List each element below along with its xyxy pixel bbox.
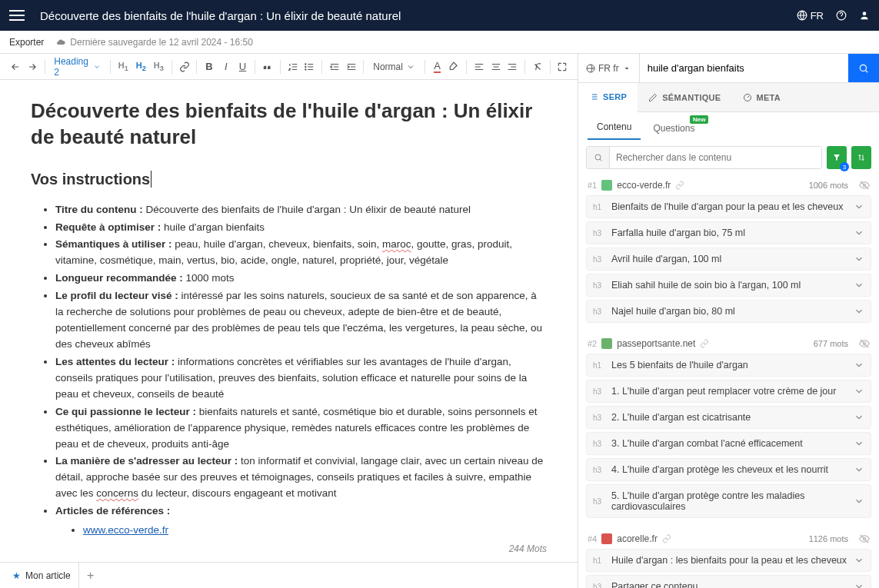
ref-link[interactable]: www.ecco-verde.fr bbox=[83, 524, 168, 536]
tab-semantique[interactable]: SÉMANTIQUE bbox=[638, 83, 731, 111]
link-icon bbox=[179, 61, 190, 72]
heading-row[interactable]: h3 Avril huile d'argan, 100 ml bbox=[586, 247, 871, 271]
chevron-down-icon bbox=[854, 306, 864, 317]
align-left-button[interactable] bbox=[471, 57, 487, 77]
heading-text: 1. L'huile d'argan peut remplacer votre … bbox=[611, 386, 854, 397]
chevron-down-icon bbox=[406, 62, 415, 71]
page-title: Découverte des bienfaits de l'huile d'ar… bbox=[40, 9, 797, 22]
help-icon[interactable] bbox=[836, 10, 847, 21]
add-tab-button[interactable]: + bbox=[79, 569, 102, 583]
search-input[interactable] bbox=[640, 54, 848, 82]
user-icon[interactable] bbox=[859, 10, 870, 21]
heading-select-label: Heading 2 bbox=[54, 56, 90, 78]
favicon bbox=[601, 533, 612, 544]
heading-row[interactable]: h3 4. L'huile d'argan protège les cheveu… bbox=[586, 458, 871, 481]
subtab-contenu[interactable]: Contenu bbox=[588, 115, 641, 140]
tab-meta[interactable]: META bbox=[732, 83, 792, 111]
heading-text: Les 5 bienfaits de l'huile d'argan bbox=[611, 360, 854, 370]
list-icon bbox=[589, 92, 598, 101]
heading-tag: h3 bbox=[593, 414, 605, 422]
favicon bbox=[601, 338, 612, 349]
svg-point-4 bbox=[305, 66, 306, 67]
heading-row[interactable]: h3 1. L'huile d'argan peut remplacer vot… bbox=[586, 380, 871, 403]
export-button[interactable]: Exporter bbox=[9, 37, 44, 48]
undo-button[interactable] bbox=[8, 57, 23, 77]
list-ul-icon bbox=[304, 61, 315, 72]
svg-point-7 bbox=[860, 65, 866, 71]
format-select[interactable]: Normal bbox=[368, 61, 420, 72]
gauge-icon bbox=[743, 93, 752, 102]
heading-row[interactable]: h1 Les 5 bienfaits de l'huile d'argan bbox=[586, 354, 871, 377]
eye-off-icon[interactable] bbox=[859, 338, 870, 349]
subtab-questions-label: Questions bbox=[653, 123, 694, 134]
align-right-button[interactable] bbox=[504, 57, 520, 77]
document-tab[interactable]: ★ Mon article bbox=[5, 563, 79, 588]
eye-off-icon[interactable] bbox=[859, 533, 870, 544]
heading-row[interactable]: h3 3. L'huile d'argan combat l'acné effi… bbox=[586, 432, 871, 455]
language-switcher[interactable]: FR bbox=[797, 10, 824, 22]
content-search-icon bbox=[587, 147, 610, 168]
align-center-button[interactable] bbox=[488, 57, 504, 77]
outdent-icon bbox=[329, 61, 340, 72]
serp-results: #1 ecco-verde.fr 1006 mots h1 Bienfaits … bbox=[578, 175, 879, 588]
fullscreen-button[interactable] bbox=[554, 57, 570, 77]
serp-domain: passeportsante.net bbox=[617, 338, 695, 349]
text-color-button[interactable]: A bbox=[430, 57, 445, 77]
sort-button[interactable] bbox=[851, 146, 871, 169]
heading-row[interactable]: h3 5. L'huile d'argan protège contre les… bbox=[586, 484, 871, 518]
clear-format-button[interactable] bbox=[530, 57, 545, 77]
serp-domain: ecco-verde.fr bbox=[617, 180, 671, 191]
italic-button[interactable]: I bbox=[218, 57, 234, 77]
new-badge: New bbox=[690, 115, 708, 124]
content-search-input[interactable] bbox=[610, 147, 821, 168]
subtab-questions[interactable]: Questions New bbox=[644, 117, 704, 140]
h3-button[interactable]: H3 bbox=[151, 61, 167, 72]
heading-tag: h1 bbox=[593, 556, 605, 565]
align-right-icon bbox=[507, 61, 518, 72]
heading-row[interactable]: h1 Huile d'argan : les bienfaits pour la… bbox=[586, 549, 871, 572]
h2-button[interactable]: H2 bbox=[133, 61, 149, 72]
editor-content[interactable]: Découverte des bienfaits de l'huile d'ar… bbox=[0, 80, 578, 539]
list-item: Longueur recommandée : 1000 mots bbox=[55, 271, 547, 287]
search-button[interactable] bbox=[848, 54, 879, 82]
heading-row[interactable]: h3 2. L'huile d'argan est cicatrisante bbox=[586, 406, 871, 429]
format-select-label: Normal bbox=[373, 61, 403, 72]
tab-semantique-label: SÉMANTIQUE bbox=[662, 93, 721, 102]
indent-button[interactable] bbox=[344, 57, 359, 77]
document-h1: Découverte des bienfaits de l'huile d'ar… bbox=[31, 98, 547, 151]
serp-rank: #1 bbox=[588, 181, 597, 190]
editor-toolbar: Heading 2 H1 H2 H3 B I U bbox=[0, 54, 578, 80]
heading-text: 3. L'huile d'argan combat l'acné efficac… bbox=[611, 438, 854, 449]
underline-button[interactable]: U bbox=[235, 57, 251, 77]
ordered-list-button[interactable] bbox=[285, 57, 301, 77]
heading-text: Farfalla huile d'argan bio, 75 ml bbox=[611, 228, 854, 238]
cloud-icon bbox=[56, 38, 65, 47]
locale-selector[interactable]: FR fr bbox=[578, 54, 640, 82]
tab-serp[interactable]: SERP bbox=[578, 83, 638, 112]
highlight-button[interactable] bbox=[446, 57, 461, 77]
align-left-icon bbox=[474, 61, 484, 72]
align-center-icon bbox=[491, 61, 501, 72]
heading-tag: h3 bbox=[593, 466, 605, 474]
heading-row[interactable]: h3 Najel huile d'argan bio, 80 ml bbox=[586, 300, 871, 323]
external-link-icon[interactable] bbox=[662, 534, 671, 543]
quote-button[interactable] bbox=[260, 57, 275, 77]
heading-row[interactable]: h3 Farfalla huile d'argan bio, 75 ml bbox=[586, 221, 871, 244]
bold-button[interactable]: B bbox=[201, 57, 217, 77]
external-link-icon[interactable] bbox=[675, 181, 684, 190]
eye-off-icon[interactable] bbox=[859, 180, 870, 191]
locale-label: FR fr bbox=[598, 63, 619, 74]
heading-row[interactable]: h1 Bienfaits de l'huile d'argan pour la … bbox=[586, 195, 871, 218]
outdent-button[interactable] bbox=[327, 57, 342, 77]
filter-icon bbox=[832, 153, 841, 162]
heading-row[interactable]: h3 Partager ce contenu bbox=[586, 575, 871, 588]
menu-toggle[interactable] bbox=[9, 10, 25, 21]
h1-button[interactable]: H1 bbox=[115, 61, 132, 72]
heading-select[interactable]: Heading 2 bbox=[49, 56, 105, 78]
link-button[interactable] bbox=[177, 57, 192, 77]
heading-row[interactable]: h3 Eliah sahil huile de soin bio à l'arg… bbox=[586, 274, 871, 297]
unordered-list-button[interactable] bbox=[301, 57, 317, 77]
redo-button[interactable] bbox=[25, 57, 40, 77]
external-link-icon[interactable] bbox=[700, 339, 709, 348]
filter-button[interactable]: 3 bbox=[827, 146, 847, 169]
